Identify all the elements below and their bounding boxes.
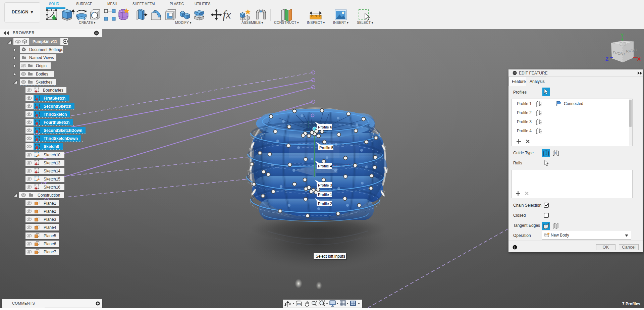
svg-text:Profile 4: Profile 4 — [318, 164, 332, 168]
svg-text:Profile 6: Profile 6 — [318, 125, 332, 129]
svg-text:Profile 3: Profile 3 — [318, 183, 332, 187]
svg-text:Profile 2: Profile 2 — [318, 202, 332, 206]
svg-text:Profile 1: Profile 1 — [318, 193, 332, 197]
svg-text:Z: Z — [605, 56, 608, 62]
svg-text:fx: fx — [223, 8, 231, 21]
svg-text:X: X — [637, 56, 641, 62]
svg-text:Profile 5: Profile 5 — [319, 146, 333, 150]
svg-text:Y: Y — [621, 32, 624, 38]
